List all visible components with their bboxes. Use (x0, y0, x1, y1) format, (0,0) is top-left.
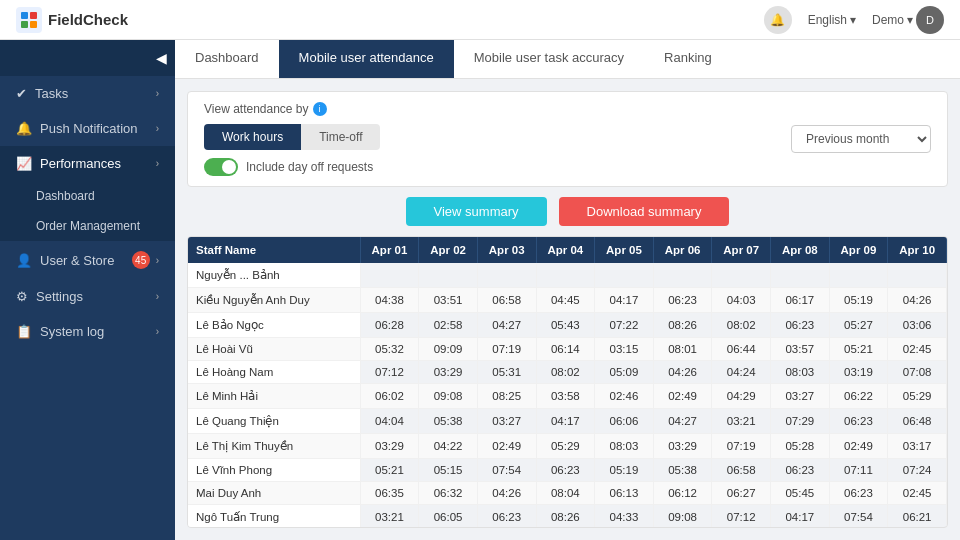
cell-value-col7: 03:27 (771, 384, 830, 409)
dashboard-sub-label: Dashboard (36, 189, 95, 203)
cell-value-col2: 06:58 (477, 288, 536, 313)
sidebar-item-performances[interactable]: 📈Performances › (0, 146, 175, 181)
include-dayoff-row: Include day off requests (204, 158, 380, 176)
cell-value-col2: 02:49 (477, 434, 536, 459)
push-arrow: › (156, 123, 159, 134)
col-apr06: Apr 06 (653, 237, 712, 263)
cell-value-col4: 02:46 (595, 384, 654, 409)
table-row: Nguyễn ... Bảnh (188, 263, 947, 288)
sidebar-item-settings[interactable]: ⚙Settings › (0, 279, 175, 314)
settings-icon: ⚙ (16, 289, 28, 304)
cell-staff-name: Ngô Tuấn Trung (188, 505, 360, 529)
tab-mobile-user-task-accuracy[interactable]: Mobile user task accuracy (454, 40, 644, 78)
btn-work-hours[interactable]: Work hours (204, 124, 301, 150)
cell-value-col7: 05:45 (771, 482, 830, 505)
cell-value-col6: 06:44 (712, 338, 771, 361)
cell-value-col0: 06:28 (360, 313, 419, 338)
cell-value-col9: 06:48 (888, 409, 947, 434)
cell-value-col8: 02:49 (829, 434, 888, 459)
cell-value-col1: 02:58 (419, 313, 478, 338)
cell-value-col6: 06:27 (712, 482, 771, 505)
language-selector[interactable]: English ▾ (808, 13, 856, 27)
view-summary-button[interactable]: View summary (406, 197, 547, 226)
push-icon: 🔔 (16, 121, 32, 136)
tab-mobile-user-attendance[interactable]: Mobile user attendance (279, 40, 454, 78)
sidebar-sub-order-management[interactable]: Order Management (0, 211, 175, 241)
cell-value-col0: 04:04 (360, 409, 419, 434)
header-right: 🔔 English ▾ Demo ▾ D (764, 6, 944, 34)
main-content: Dashboard Mobile user attendance Mobile … (175, 40, 960, 540)
attendance-type-buttons: Work hours Time-off (204, 124, 380, 150)
sidebar: ◀ ✔Tasks › 🔔Push Notification › 📈Perform… (0, 40, 175, 540)
date-range-select[interactable]: Previous month This month Custom range (791, 125, 931, 153)
cell-staff-name: Lê Quang Thiện (188, 409, 360, 434)
cell-value-col0 (360, 263, 419, 288)
cell-value-col0: 06:02 (360, 384, 419, 409)
cell-value-col6: 06:58 (712, 459, 771, 482)
cell-value-col7: 08:03 (771, 361, 830, 384)
cell-value-col3: 08:02 (536, 361, 595, 384)
cell-value-col8: 06:23 (829, 409, 888, 434)
cell-value-col7: 05:28 (771, 434, 830, 459)
cell-value-col9: 07:24 (888, 459, 947, 482)
cell-value-col4: 03:15 (595, 338, 654, 361)
include-dayoff-label: Include day off requests (246, 160, 373, 174)
cell-value-col8: 03:19 (829, 361, 888, 384)
cell-value-col5: 05:38 (653, 459, 712, 482)
push-label: Push Notification (40, 121, 138, 136)
user-arrow-icon: ▾ (907, 13, 913, 27)
tab-ranking-label: Ranking (664, 50, 712, 65)
sidebar-item-user-store[interactable]: 👤User & Store 45 › (0, 241, 175, 279)
sidebar-sub-dashboard[interactable]: Dashboard (0, 181, 175, 211)
col-apr02: Apr 02 (419, 237, 478, 263)
tab-dashboard[interactable]: Dashboard (175, 40, 279, 78)
sidebar-item-push-notification[interactable]: 🔔Push Notification › (0, 111, 175, 146)
cell-value-col1: 06:05 (419, 505, 478, 529)
cell-staff-name: Lê Vĩnh Phong (188, 459, 360, 482)
cell-value-col0: 04:38 (360, 288, 419, 313)
cell-value-col8: 05:21 (829, 338, 888, 361)
sidebar-toggle[interactable]: ◀ (0, 40, 175, 76)
cell-value-col6: 03:21 (712, 409, 771, 434)
cell-value-col1: 05:15 (419, 459, 478, 482)
attendance-table-wrapper[interactable]: Staff Name Apr 01 Apr 02 Apr 03 Apr 04 A… (187, 236, 948, 528)
cell-value-col1: 04:22 (419, 434, 478, 459)
cell-value-col9: 07:08 (888, 361, 947, 384)
cell-value-col2: 06:23 (477, 505, 536, 529)
cell-value-col3: 08:04 (536, 482, 595, 505)
table-header-row: Staff Name Apr 01 Apr 02 Apr 03 Apr 04 A… (188, 237, 947, 263)
sidebar-item-system-log[interactable]: 📋System log › (0, 314, 175, 349)
cell-value-col3 (536, 263, 595, 288)
logo-icon (16, 7, 42, 33)
cell-value-col2: 04:26 (477, 482, 536, 505)
lang-arrow-icon: ▾ (850, 13, 856, 27)
download-summary-button[interactable]: Download summary (559, 197, 730, 226)
cell-value-col5: 08:01 (653, 338, 712, 361)
cell-value-col5: 06:12 (653, 482, 712, 505)
col-apr10: Apr 10 (888, 237, 947, 263)
cell-value-col8: 06:22 (829, 384, 888, 409)
cell-value-col5: 04:26 (653, 361, 712, 384)
date-select-wrapper: Previous month This month Custom range (791, 125, 931, 153)
cell-value-col9: 02:45 (888, 338, 947, 361)
language-label: English (808, 13, 847, 27)
btn-time-off[interactable]: Time-off (301, 124, 380, 150)
filter-label: View attendance by i (204, 102, 380, 116)
include-dayoff-toggle[interactable] (204, 158, 238, 176)
svg-rect-3 (30, 21, 37, 28)
cell-value-col2 (477, 263, 536, 288)
cell-value-col6: 04:03 (712, 288, 771, 313)
tab-ranking[interactable]: Ranking (644, 40, 732, 78)
user-menu[interactable]: Demo ▾ D (872, 6, 944, 34)
col-apr07: Apr 07 (712, 237, 771, 263)
cell-value-col6: 07:12 (712, 505, 771, 529)
col-apr04: Apr 04 (536, 237, 595, 263)
cell-value-col5: 02:49 (653, 384, 712, 409)
table-row: Lê Bảo Ngọc06:2802:5804:2705:4307:2208:2… (188, 313, 947, 338)
collapse-icon: ◀ (156, 50, 167, 66)
notification-bell[interactable]: 🔔 (764, 6, 792, 34)
cell-value-col6: 08:02 (712, 313, 771, 338)
sidebar-item-tasks[interactable]: ✔Tasks › (0, 76, 175, 111)
cell-value-col0: 06:35 (360, 482, 419, 505)
table-row: Kiều Nguyễn Anh Duy04:3803:5106:5804:450… (188, 288, 947, 313)
